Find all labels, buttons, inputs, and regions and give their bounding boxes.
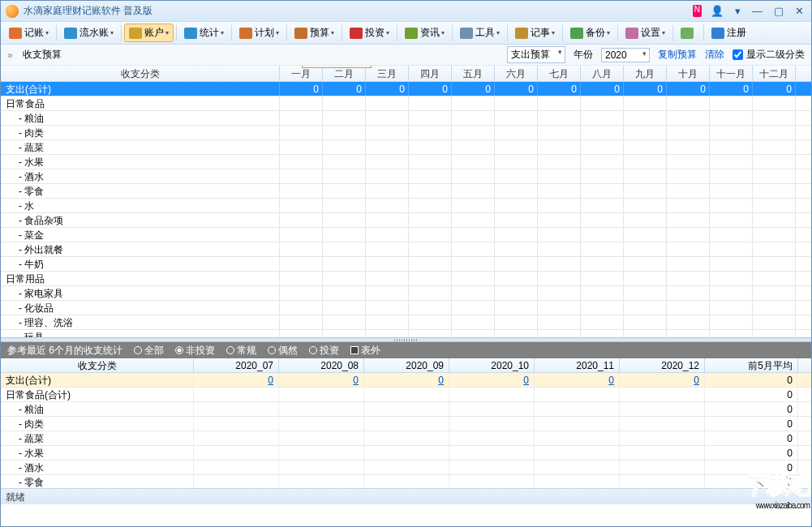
col-month[interactable]: 十二月 [753,66,796,81]
col-month[interactable]: 五月 [452,66,495,81]
col-month[interactable]: 十一月 [710,66,753,81]
chevron-down-icon: ▾ [496,29,500,36]
col-avg[interactable]: 前5月平均 [705,358,798,372]
table-row[interactable]: - 理容、洗浴 [1,315,811,330]
col-period[interactable]: 2020_09 [364,358,449,372]
year-label: 年份 [574,48,593,62]
col-category[interactable]: 收支分类 [1,66,280,81]
col-month[interactable]: 九月 [624,66,667,81]
col-month[interactable]: 十月 [667,66,710,81]
show-subcategory-checkbox[interactable]: 显示二级分类 [733,48,805,62]
budget-type-dropdown[interactable]: 支出预算 [507,46,565,63]
table-row[interactable]: - 水果 [1,155,811,169]
col-month[interactable]: 三月 [366,66,409,81]
toolbar-item12[interactable] [676,25,701,41]
budget-grid-header: 收支分类一月二月三月四月五月六月七月八月九月十月十一月十二月 [1,66,811,82]
toolbar-记账[interactable]: 记账▾ [4,24,54,42]
table-row[interactable]: - 零食 [1,184,811,199]
table-row[interactable]: - 零食0 [1,475,811,488]
clear-link[interactable]: 清除 [705,48,724,62]
horizontal-splitter[interactable] [1,337,811,342]
table-row[interactable]: - 肉类 [1,126,811,140]
toolbar-流水账[interactable]: 流水账▾ [59,24,118,42]
collapse-icon[interactable]: » [7,49,11,61]
radio-icon [309,346,317,354]
close-button[interactable]: ✕ [793,5,806,17]
table-row[interactable]: 日常用品 [1,272,811,286]
table-row[interactable]: - 菜金 [1,228,811,242]
table-row[interactable]: - 蔬菜 [1,140,811,155]
maximize-button[interactable]: ▢ [771,5,786,17]
table-row[interactable]: - 食品杂项 [1,213,811,228]
table-row[interactable]: 日常食品(合计)0 [1,388,811,402]
reference-title: 参考最近 6个月的收支统计 [7,344,122,358]
minimize-button[interactable]: — [750,5,765,17]
chevron-down-icon: ▾ [221,29,224,36]
table-row[interactable]: 支出(合计)000000000000 [1,82,811,96]
table-row[interactable]: - 化妆品 [1,301,811,315]
table-row[interactable]: - 肉类0 [1,417,811,431]
toolbar-统计[interactable]: 统计▾ [179,24,229,42]
status-text: 就绪 [6,491,25,503]
col-month[interactable]: 七月 [538,66,581,81]
table-row[interactable]: - 外出就餐 [1,242,811,257]
toolbar-icon [460,28,473,39]
toolbar-注册[interactable]: 注册 [707,24,751,42]
table-row[interactable]: - 酒水0 [1,461,811,475]
titlebar: 水滴家庭理财记账软件 普及版 N 👤 ▾ — ▢ ✕ [1,1,811,22]
col-period[interactable]: 2020_07 [194,358,279,372]
col-month[interactable]: 八月 [581,66,624,81]
filter-bar: » 收支预算 支出预算 年份 2020 复制预算 清除 显示二级分类 [1,45,811,66]
toolbar-投资[interactable]: 投资▾ [345,24,394,42]
table-row[interactable]: - 家电家具 [1,286,811,301]
col-period[interactable]: 2020_08 [279,358,364,372]
chevron-down-icon: ▾ [662,29,665,36]
chevron-down-icon: ▾ [165,29,169,36]
toolbar-预算[interactable]: 预算▾ [290,24,339,42]
year-dropdown[interactable]: 2020 [601,48,650,62]
col-month[interactable]: 四月 [409,66,452,81]
radio-投资[interactable]: 投资 [309,344,339,358]
status-bar: 就绪 [1,488,811,504]
table-row[interactable]: - 粮油0 [1,402,811,417]
app-icon [6,5,19,18]
col-category[interactable]: 收支分类 [1,358,194,372]
checkbox-offbook[interactable]: 表外 [350,344,380,358]
toolbar-计划[interactable]: 计划▾ [234,24,284,42]
chevron-down-icon: ▾ [441,29,445,36]
radio-全部[interactable]: 全部 [134,344,164,358]
toolbar-记事[interactable]: 记事▾ [510,24,560,42]
table-row[interactable]: - 酒水 [1,169,811,184]
toolbar-icon [9,28,22,39]
table-row[interactable]: 日常食品 [1,96,811,111]
radio-icon [134,346,142,354]
table-row[interactable]: - 蔬菜0 [1,431,811,446]
toolbar-icon [405,28,418,39]
table-row[interactable]: 支出(合计)0000000 [1,373,811,388]
toolbar-icon [515,28,528,39]
radio-常规[interactable]: 常规 [226,344,256,358]
table-row[interactable]: - 玩具 [1,330,811,337]
col-period[interactable]: 2020_10 [449,358,535,372]
radio-非投资[interactable]: 非投资 [175,344,215,358]
toolbar-备份[interactable]: 备份▾ [565,24,615,42]
budget-grid-body[interactable]: 支出(合计)000000000000日常食品- 粮油- 肉类- 蔬菜- 水果- … [1,82,811,337]
col-period[interactable]: 2020_12 [620,358,705,372]
toolbar-设置[interactable]: 设置▾ [621,24,670,42]
col-month[interactable]: 六月 [495,66,538,81]
table-row[interactable]: - 牛奶 [1,257,811,272]
col-period[interactable]: 2020_11 [535,358,620,372]
table-row[interactable]: - 粮油 [1,111,811,126]
table-row[interactable]: - 水果0 [1,446,811,461]
reference-grid-body[interactable]: 支出(合计)0000000日常食品(合计)0- 粮油0- 肉类0- 蔬菜0- 水… [1,373,811,488]
copy-budget-link[interactable]: 复制预算 [658,48,697,62]
new-badge-icon[interactable]: N [693,5,702,17]
radio-偶然[interactable]: 偶然 [268,344,298,358]
toolbar-工具[interactable]: 工具▾ [455,24,505,42]
budget-grid: 制定收支预算 收支分类一月二月三月四月五月六月七月八月九月十月十一月十二月 支出… [1,66,811,337]
toolbar-账户[interactable]: 账户▾ [124,24,174,42]
table-row[interactable]: - 水 [1,199,811,213]
toolbar-资讯[interactable]: 资讯▾ [400,24,449,42]
user-icon[interactable]: 👤 [708,5,726,17]
checkbox-icon [350,346,359,354]
